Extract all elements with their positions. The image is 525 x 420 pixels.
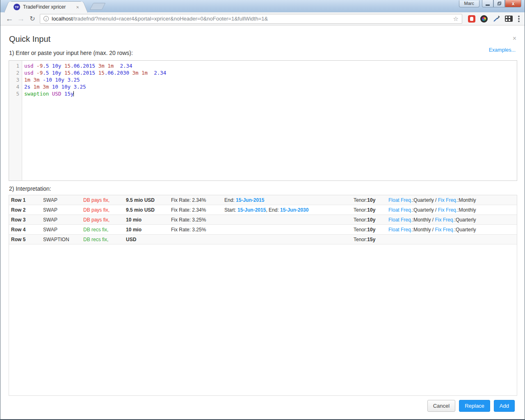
minimize-button[interactable] bbox=[482, 0, 493, 7]
eyedropper-extension-icon[interactable] bbox=[492, 14, 501, 23]
cell-row-label: Row 1 bbox=[9, 197, 41, 203]
code-line[interactable]: usd -9.5 10y 15.06.2015 15.06.2030 3m 1m… bbox=[24, 69, 517, 76]
url-path: /tradefnd/?menuId=racer4&portal=xpricer&… bbox=[73, 16, 268, 22]
adblock-hand-extension-icon[interactable] bbox=[467, 14, 476, 23]
cell-fix-rate: Fix Rate: 2.34% bbox=[169, 197, 222, 203]
code-line[interactable]: usd -9.5 10y 15.06.2015 3m 1m 2.34 bbox=[24, 62, 517, 69]
tradefinder-favicon: TF bbox=[14, 4, 20, 10]
cell-frequencies: Float Freq.:Quarterly / Fix Freq.:Monthl… bbox=[386, 207, 517, 213]
dialog-close-icon[interactable]: × bbox=[513, 35, 516, 42]
url-text[interactable]: localhost/tradefnd/?menuId=racer4&portal… bbox=[52, 16, 451, 22]
line-number: 5 bbox=[9, 90, 19, 97]
editor-code[interactable]: usd -9.5 10y 15.06.2015 3m 1m 2.34usd -9… bbox=[22, 61, 517, 180]
table-row: Row 4SWAPDB recs fix,10 mioFix Rate: 3.2… bbox=[9, 225, 517, 235]
new-tab-button[interactable] bbox=[89, 3, 105, 10]
cell-tenor: Tenor:10y bbox=[352, 207, 386, 213]
cell-fix-rate: Fix Rate: 3.25% bbox=[169, 227, 222, 233]
table-row: Row 3SWAPDB pays fix,10 mioFix Rate: 3.2… bbox=[9, 215, 517, 225]
table-row: Row 5SWAPTIONDB recs fix,USDTenor:15y bbox=[9, 235, 517, 244]
colorzilla-extension-icon[interactable] bbox=[479, 14, 488, 23]
cell-trade-type: SWAP bbox=[41, 197, 81, 203]
cell-row-label: Row 5 bbox=[9, 237, 41, 242]
line-number: 3 bbox=[9, 76, 19, 83]
window-controls: Marc x bbox=[459, 0, 521, 7]
line-number: 1 bbox=[9, 62, 19, 69]
page-info-icon[interactable]: i bbox=[43, 16, 49, 21]
cell-direction: DB pays fix, bbox=[81, 207, 124, 213]
cell-tenor: Tenor:10y bbox=[352, 227, 386, 233]
code-line[interactable]: 2s 1m 3m 10 10y 3.25 bbox=[24, 83, 517, 90]
replace-button[interactable]: Replace bbox=[459, 400, 490, 412]
profile-button[interactable]: Marc bbox=[459, 0, 479, 7]
line-number: 4 bbox=[9, 83, 19, 90]
cell-fix-rate: Fix Rate: 2.34% bbox=[169, 207, 222, 213]
quick-input-editor[interactable]: 12345 usd -9.5 10y 15.06.2015 3m 1m 2.34… bbox=[9, 60, 517, 181]
table-row: Row 2SWAPDB pays fix,9.5 mio USDFix Rate… bbox=[9, 205, 517, 215]
cell-dates: Start: 15-Jun-2015, End: 15-Jun-2030 bbox=[222, 207, 352, 213]
browser-menu-icon[interactable] bbox=[518, 16, 520, 22]
interpretation-label: 2) Interpretation: bbox=[9, 185, 51, 192]
cell-amount: USD bbox=[124, 237, 169, 242]
quick-input-page: Quick Input × 1) Enter or paste your inp… bbox=[0, 25, 525, 419]
input-section-label: 1) Enter or paste your input here (max. … bbox=[9, 50, 133, 56]
cell-row-label: Row 4 bbox=[9, 227, 41, 233]
cell-tenor: Tenor:15y bbox=[352, 237, 386, 242]
cell-direction: DB recs fix, bbox=[81, 237, 124, 242]
restore-button[interactable] bbox=[493, 0, 505, 7]
cell-frequencies: Float Freq.:Monthly / Fix Freq.:Quarterl… bbox=[386, 217, 517, 223]
tab-title: TradeFinder xpricer bbox=[23, 4, 73, 10]
film-strip-extension-icon[interactable] bbox=[504, 14, 513, 23]
address-bar[interactable]: i localhost/tradefnd/?menuId=racer4&port… bbox=[40, 14, 462, 24]
cell-amount: 10 mio bbox=[124, 227, 169, 233]
cell-dates: End: 15-Jun-2015 bbox=[222, 197, 352, 203]
editor-gutter: 12345 bbox=[9, 61, 22, 180]
cell-tenor: Tenor:10y bbox=[352, 217, 386, 223]
tab-close-icon[interactable]: × bbox=[76, 4, 79, 10]
browser-window: TF TradeFinder xpricer × Marc x ← → ↻ i … bbox=[0, 0, 525, 420]
cell-row-label: Row 2 bbox=[9, 207, 41, 213]
page-title: Quick Input bbox=[9, 34, 50, 44]
cell-tenor: Tenor:10y bbox=[352, 197, 386, 203]
cell-trade-type: SWAP bbox=[41, 227, 81, 233]
cell-direction: DB pays fix, bbox=[81, 197, 124, 203]
cell-direction: DB recs fix, bbox=[81, 227, 124, 233]
refresh-icon[interactable]: ↻ bbox=[27, 16, 38, 22]
cell-frequencies: Float Freq.:Monthly / Fix Freq.:Quarterl… bbox=[386, 227, 517, 233]
url-host: localhost bbox=[52, 16, 73, 22]
add-button[interactable]: Add bbox=[494, 400, 515, 412]
cell-row-label: Row 3 bbox=[9, 217, 41, 223]
cell-trade-type: SWAPTION bbox=[41, 237, 81, 242]
line-number: 2 bbox=[9, 69, 19, 76]
code-line[interactable]: 1m 3m -10 10y 3.25 bbox=[24, 76, 517, 83]
close-window-button[interactable]: x bbox=[505, 0, 521, 7]
cell-amount: 9.5 mio USD bbox=[124, 197, 169, 203]
code-line[interactable]: swaption USD 15y bbox=[24, 90, 517, 97]
titlebar: TF TradeFinder xpricer × Marc x bbox=[0, 0, 525, 12]
browser-toolbar: ← → ↻ i localhost/tradefnd/?menuId=racer… bbox=[0, 12, 525, 25]
bookmark-star-icon[interactable]: ☆ bbox=[453, 15, 459, 23]
cell-amount: 9.5 mio USD bbox=[124, 207, 169, 213]
browser-tab[interactable]: TF TradeFinder xpricer × bbox=[9, 1, 82, 12]
examples-link[interactable]: Examples... bbox=[489, 47, 516, 53]
cell-amount: 10 mio bbox=[124, 217, 169, 223]
cancel-button[interactable]: Cancel bbox=[427, 400, 455, 412]
cell-trade-type: SWAP bbox=[41, 217, 81, 223]
cell-frequencies: Float Freq.:Quarterly / Fix Freq.:Monthl… bbox=[386, 197, 517, 203]
text-caret bbox=[73, 91, 74, 96]
cell-fix-rate: Fix Rate: 3.25% bbox=[169, 217, 222, 223]
interpretation-table: Row 1SWAPDB pays fix,9.5 mio USDFix Rate… bbox=[9, 195, 517, 396]
table-row: Row 1SWAPDB pays fix,9.5 mio USDFix Rate… bbox=[9, 195, 517, 205]
cell-trade-type: SWAP bbox=[41, 207, 81, 213]
back-icon[interactable]: ← bbox=[4, 15, 15, 23]
forward-icon: → bbox=[15, 15, 27, 23]
dialog-footer: Cancel Replace Add bbox=[427, 400, 515, 412]
cell-direction: DB pays fix, bbox=[81, 217, 124, 223]
